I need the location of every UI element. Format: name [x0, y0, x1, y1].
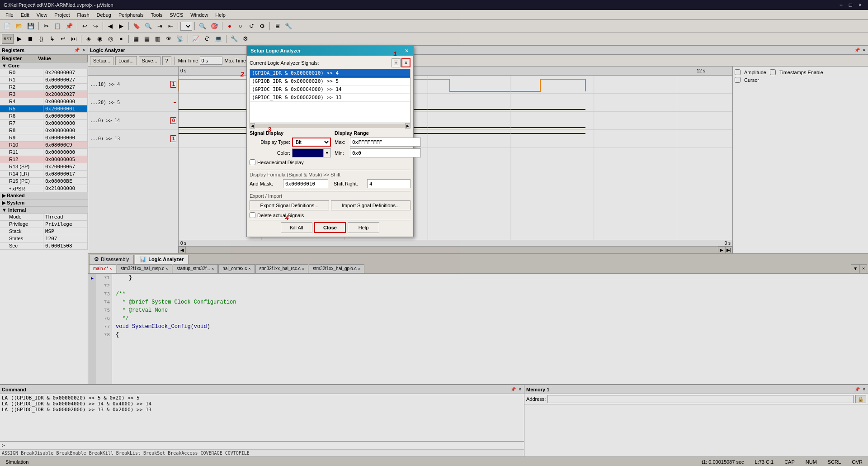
and-mask-row: And Mask: Shift Right: — [250, 179, 410, 188]
hex-display-checkbox[interactable] — [250, 159, 255, 165]
color-control: ▼ — [292, 148, 331, 157]
delete-signals-label: Delete actual Signals — [257, 213, 304, 218]
dialog-titlebar: Setup Logic Analyzer × — [247, 46, 413, 56]
annotation-3: 3 — [268, 126, 271, 133]
signal-list-section: Current Logic Analyzer Signals: 1 × — [250, 58, 410, 67]
shift-right-input[interactable] — [367, 179, 410, 188]
export-signal-btn[interactable]: Export Signal Definitions... — [250, 200, 329, 210]
shift-right-label: Shift Right: — [334, 181, 365, 186]
setup-logic-analyzer-dialog: Setup Logic Analyzer × Current Logic Ana… — [246, 45, 414, 237]
export-import-title: Export / Import — [250, 193, 410, 199]
dialog-title: Setup Logic Analyzer — [250, 48, 301, 53]
new-icon — [394, 60, 398, 66]
signal-scroll-track[interactable] — [255, 124, 405, 128]
signal-display-section: 3 Signal Display Display Type: Bit Analo… — [250, 130, 410, 167]
and-mask-label: And Mask: — [250, 181, 281, 186]
signal-list-controls: 1 × — [392, 58, 410, 67]
hex-display-label: Hexadecimal Display — [257, 160, 304, 165]
annotation-2: 2 — [241, 71, 244, 78]
help-dialog-btn[interactable]: Help — [348, 222, 379, 233]
display-type-control: Bit Analog Unsigned Signed — [292, 138, 331, 147]
dialog-buttons: 4 Kill All Close Help — [250, 220, 410, 234]
display-range-title: Display Range — [335, 130, 421, 136]
range-min-row: Min: — [335, 148, 421, 157]
range-max-input[interactable] — [350, 138, 421, 147]
export-import-section: Export / Import Export Signal Definition… — [250, 191, 410, 218]
signal-list: (GPIOA_IDR & 0x00000010) >> 4 (GPIOB_IDR… — [250, 69, 410, 123]
signal-display-col: 3 Signal Display Display Type: Bit Analo… — [250, 130, 331, 167]
color-row: Color: ▼ — [250, 148, 331, 157]
annotation-4: 4 — [285, 214, 289, 221]
kill-all-btn[interactable]: Kill All — [281, 222, 312, 233]
signal-list-wrapper: 2 (GPIOA_IDR & 0x00000010) >> 4 (GPIOB_I… — [250, 69, 410, 123]
formula-title: Display Formula (Signal & Mask) >> Shift — [250, 172, 410, 177]
range-max-row: Max: — [335, 138, 421, 147]
range-min-input[interactable] — [350, 148, 421, 157]
dialog-body: Current Logic Analyzer Signals: 1 × 2 (G… — [247, 56, 413, 237]
import-signal-btn[interactable]: Import Signal Definitions... — [331, 200, 410, 210]
range-max-label: Max: — [335, 139, 348, 145]
delete-signals-row: Delete actual Signals — [250, 212, 410, 218]
signal-item-1[interactable]: (GPIOB_IDR & 0x00000020) >> 5 — [250, 77, 410, 86]
and-mask-input[interactable] — [283, 179, 328, 188]
signal-list-hscroll: ◀ ▶ — [250, 123, 410, 128]
color-btn[interactable] — [292, 148, 324, 157]
annotation-4-wrapper: 4 Kill All — [281, 222, 312, 233]
signal-item-0[interactable]: (GPIOA_IDR & 0x00000010) >> 4 — [250, 69, 410, 77]
signal-scroll-right[interactable]: ▶ — [405, 123, 410, 128]
signal-item-3[interactable]: (GPIOC_IDR & 0x00002000) >> 13 — [250, 94, 410, 102]
dialog-close-btn[interactable]: × — [404, 48, 410, 54]
color-label: Color: — [250, 150, 290, 156]
signal-scroll-left[interactable]: ◀ — [250, 123, 255, 128]
color-dropdown-btn[interactable]: ▼ — [324, 148, 331, 157]
formula-section: Display Formula (Signal & Mask) >> Shift… — [250, 170, 410, 188]
signal-display-title: Signal Display — [250, 130, 331, 136]
display-type-row: Display Type: Bit Analog Unsigned Signed — [250, 138, 331, 147]
hex-display-row: Hexadecimal Display — [250, 159, 331, 165]
signal-delete-btn[interactable]: × — [401, 58, 410, 67]
signal-item-2[interactable]: (GPIOC_IDR & 0x00004000) >> 14 — [250, 86, 410, 94]
modal-overlay — [0, 0, 868, 466]
range-min-label: Min: — [335, 150, 348, 156]
annotation-1: 1 — [393, 50, 397, 57]
signals-label: Current Logic Analyzer Signals: — [250, 60, 319, 66]
export-import-buttons: Export Signal Definitions... Import Sign… — [250, 200, 410, 210]
display-range-col: Display Range Max: Min: — [335, 130, 421, 167]
delete-signals-checkbox[interactable] — [250, 212, 255, 218]
display-type-select[interactable]: Bit Analog Unsigned Signed — [292, 138, 331, 147]
close-dialog-btn[interactable]: Close — [314, 222, 346, 233]
display-type-label: Display Type: — [250, 139, 290, 145]
signal-new-btn[interactable] — [392, 58, 401, 67]
